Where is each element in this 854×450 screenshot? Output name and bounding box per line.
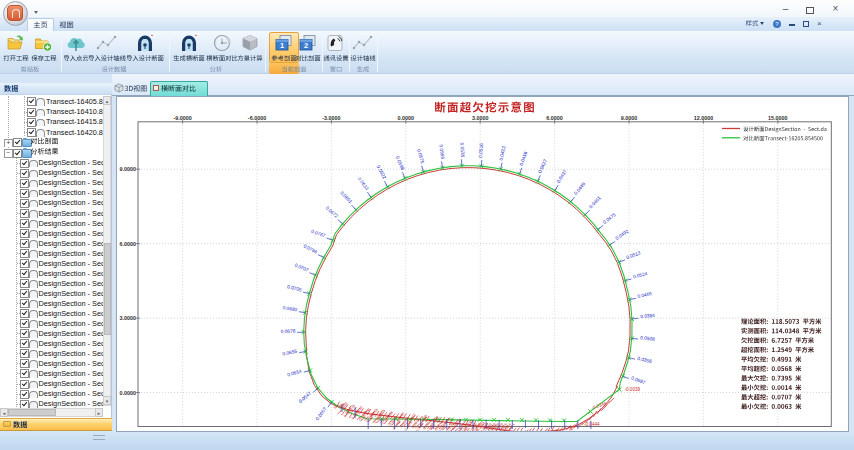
- svg-text:0.0423: 0.0423: [498, 145, 506, 161]
- svg-text:-0.0444: -0.0444: [584, 422, 600, 427]
- svg-text:0.0461: 0.0461: [588, 195, 602, 209]
- svg-text:0.0622: 0.0622: [376, 164, 387, 180]
- svg-text:0.0654: 0.0654: [287, 369, 303, 378]
- svg-text:0.0672: 0.0672: [325, 205, 339, 219]
- svg-text:0.0508: 0.0508: [640, 335, 655, 342]
- svg-text:0.0356: 0.0356: [637, 356, 653, 364]
- svg-text:0.0766: 0.0766: [303, 243, 319, 254]
- svg-text:0.0575: 0.0575: [416, 149, 425, 165]
- svg-text:6.0000: 6.0000: [120, 241, 137, 247]
- svg-text:0.0707: 0.0707: [294, 262, 310, 272]
- svg-text:-0.0861: -0.0861: [518, 429, 529, 440]
- svg-text:0.0475: 0.0475: [602, 212, 617, 225]
- svg-text:-0.0262: -0.0262: [565, 426, 576, 437]
- svg-text:0.0705: 0.0705: [287, 284, 303, 292]
- svg-text:0.0678: 0.0678: [280, 328, 295, 334]
- svg-text:-0.0039: -0.0039: [625, 387, 641, 392]
- svg-text:0.0384: 0.0384: [640, 313, 655, 319]
- svg-text:0.0427: 0.0427: [537, 158, 548, 174]
- svg-text:0.0492: 0.0492: [614, 229, 629, 242]
- svg-text:0.0555: 0.0555: [438, 144, 445, 160]
- svg-text:0.0437: 0.0437: [556, 169, 568, 184]
- svg-text:0.0680: 0.0680: [282, 305, 298, 312]
- svg-text:0.0633: 0.0633: [357, 176, 370, 191]
- svg-text:0.0465: 0.0465: [637, 291, 653, 299]
- svg-text:-0.2345: -0.2345: [591, 401, 608, 411]
- svg-text:9.0000: 9.0000: [120, 166, 137, 172]
- svg-text:0.0513: 0.0513: [626, 250, 642, 260]
- svg-text:0.0767: 0.0767: [311, 229, 327, 239]
- svg-text:0.0000: 0.0000: [120, 390, 137, 396]
- svg-text:0.0416: 0.0416: [519, 151, 529, 167]
- svg-text:0.0449: 0.0449: [573, 181, 586, 196]
- svg-text:-0.0186: -0.0186: [533, 429, 544, 440]
- svg-text:0.0651: 0.0651: [339, 190, 353, 204]
- svg-text:0.0067: 0.0067: [315, 406, 328, 421]
- svg-text:0.0655: 0.0655: [282, 349, 298, 357]
- svg-text:0.0516: 0.0516: [478, 143, 484, 158]
- svg-text:0.0524: 0.0524: [632, 271, 648, 279]
- svg-text:0.0598: 0.0598: [395, 155, 406, 171]
- svg-text:0.0697: 0.0697: [630, 375, 646, 385]
- svg-text:-0.0842: -0.0842: [549, 428, 560, 439]
- svg-text:0.0536: 0.0536: [459, 142, 465, 157]
- svg-text:3.0000: 3.0000: [120, 315, 137, 321]
